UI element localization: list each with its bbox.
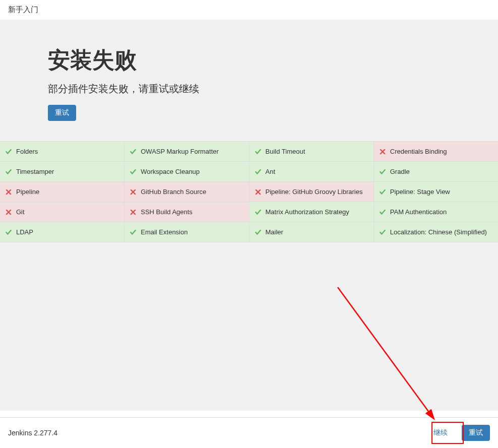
check-icon <box>5 148 12 155</box>
plugin-cell: Email Extension <box>125 222 248 242</box>
plugin-name: PAM Authentication <box>390 208 447 216</box>
plugin-cell: Pipeline: Stage View <box>374 182 498 202</box>
check-icon <box>255 148 262 155</box>
plugin-cell: OWASP Markup Formatter <box>125 142 248 161</box>
plugin-name: SSH Build Agents <box>141 208 193 216</box>
check-icon <box>379 168 386 175</box>
plugin-name: OWASP Markup Formatter <box>141 148 219 155</box>
plugin-cell: Timestamper <box>0 162 124 181</box>
check-icon <box>130 229 137 236</box>
page-title: 新手入门 <box>8 5 38 14</box>
cross-icon <box>255 188 262 196</box>
hero-heading: 安装失败 <box>48 45 498 75</box>
check-icon <box>5 168 12 175</box>
plugin-cell: Git <box>0 202 124 222</box>
plugin-name: Pipeline: GitHub Groovy Libraries <box>266 188 363 196</box>
plugin-cell: Pipeline <box>0 182 124 202</box>
check-icon <box>255 168 262 175</box>
plugin-cell: Gradle <box>374 162 498 181</box>
cross-icon <box>379 148 386 155</box>
plugin-cell: Pipeline: GitHub Groovy Libraries <box>250 182 374 202</box>
plugin-cell: Credentials Binding <box>374 142 498 161</box>
plugin-cell: Workspace Cleanup <box>125 162 248 181</box>
check-icon <box>379 188 386 196</box>
plugin-name: Mailer <box>266 228 283 236</box>
plugin-name: Ant <box>266 168 276 175</box>
plugin-cell: PAM Authentication <box>374 202 498 222</box>
continue-button[interactable]: 继续 <box>426 425 455 441</box>
plugin-name: Gradle <box>390 168 410 175</box>
cross-icon <box>5 188 12 196</box>
cross-icon <box>5 209 12 216</box>
footer-actions: 继续 重试 <box>426 425 490 441</box>
plugin-cell: SSH Build Agents <box>125 202 248 222</box>
plugin-name: Workspace Cleanup <box>141 168 200 175</box>
cross-icon <box>130 188 137 196</box>
plugin-name: Credentials Binding <box>390 148 447 155</box>
plugin-name: Folders <box>16 148 38 155</box>
hero-section: 安装失败 部分插件安装失败，请重试或继续 重试 <box>0 20 498 141</box>
plugin-cell: LDAP <box>0 222 124 242</box>
check-icon <box>130 168 137 175</box>
plugin-name: Pipeline <box>16 188 39 196</box>
plugin-name: Matrix Authorization Strategy <box>266 208 349 216</box>
plugin-name: Build Timeout <box>266 148 305 155</box>
plugin-name: Localization: Chinese (Simplified) <box>390 228 487 236</box>
plugin-cell: GitHub Branch Source <box>125 182 248 202</box>
plugin-cell: Localization: Chinese (Simplified) <box>374 222 498 242</box>
plugin-cell: Ant <box>250 162 374 181</box>
footer-retry-button[interactable]: 重试 <box>462 425 490 441</box>
retry-button[interactable]: 重试 <box>48 105 76 121</box>
plugin-grid: FoldersOWASP Markup FormatterBuild Timeo… <box>0 141 498 242</box>
plugin-name: Timestamper <box>16 168 54 175</box>
footer-bar: Jenkins 2.277.4 继续 重试 <box>0 417 498 448</box>
plugin-name: Email Extension <box>141 228 188 236</box>
plugin-name: Pipeline: Stage View <box>390 188 450 196</box>
main-content: 安装失败 部分插件安装失败，请重试或继续 重试 FoldersOWASP Mar… <box>0 20 498 411</box>
check-icon <box>379 209 386 216</box>
cross-icon <box>130 209 137 216</box>
version-text: Jenkins 2.277.4 <box>8 429 57 437</box>
plugin-cell: Build Timeout <box>250 142 374 161</box>
check-icon <box>130 148 137 155</box>
check-icon <box>255 209 262 216</box>
check-icon <box>5 229 12 236</box>
page-header: 新手入门 <box>0 0 498 20</box>
plugin-name: GitHub Branch Source <box>141 188 206 196</box>
check-icon <box>379 229 386 236</box>
hero-subheading: 部分插件安装失败，请重试或继续 <box>48 82 498 96</box>
plugin-cell: Folders <box>0 142 124 161</box>
plugin-name: LDAP <box>16 228 33 236</box>
plugin-cell: Mailer <box>250 222 374 242</box>
check-icon <box>255 229 262 236</box>
plugin-cell: Matrix Authorization Strategy <box>250 202 374 222</box>
plugin-name: Git <box>16 208 25 216</box>
